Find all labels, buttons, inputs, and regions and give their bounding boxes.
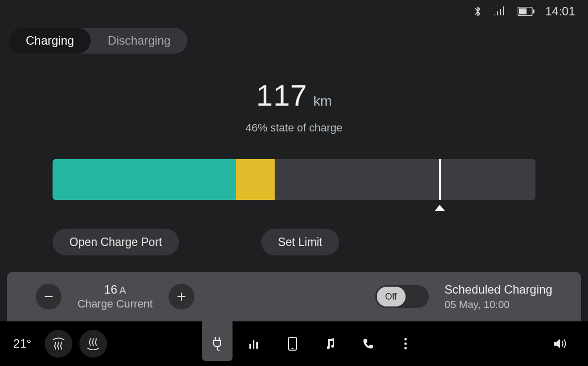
status-bar: 14:01 xyxy=(0,0,588,23)
nav-phone-mirror-icon[interactable] xyxy=(277,326,308,361)
svg-rect-0 xyxy=(494,14,495,15)
set-limit-button[interactable]: Set Limit xyxy=(261,229,339,255)
current-text: 16A Charge Current xyxy=(75,283,155,310)
svg-rect-5 xyxy=(519,8,527,14)
svg-rect-9 xyxy=(181,293,182,301)
signal-icon xyxy=(494,6,507,16)
decrease-current-button[interactable] xyxy=(36,284,61,309)
charge-limit-marker[interactable] xyxy=(439,159,441,200)
battery-icon xyxy=(518,7,534,16)
volume-button[interactable] xyxy=(540,337,580,350)
defrost-rear-button[interactable] xyxy=(79,330,107,358)
range-unit: km xyxy=(313,93,332,109)
scheduled-charging-info: Scheduled Charging 05 May, 10:00 xyxy=(445,283,553,310)
current-value: 16 xyxy=(104,283,118,296)
temperature-display[interactable]: 21° xyxy=(0,337,45,351)
range-value: 117 xyxy=(256,78,307,113)
soc-text: 46% state of charge xyxy=(0,122,588,134)
battery-segment-pending xyxy=(236,159,275,200)
battery-bar-wrap xyxy=(53,159,535,200)
open-charge-port-button[interactable]: Open Charge Port xyxy=(53,229,179,255)
tab-discharging[interactable]: Discharging xyxy=(91,28,187,54)
app-icons xyxy=(142,326,481,361)
svg-rect-10 xyxy=(249,344,251,349)
svg-point-17 xyxy=(405,347,407,350)
svg-rect-7 xyxy=(45,296,53,297)
charge-limit-caret-icon xyxy=(435,205,445,211)
nav-charging-icon[interactable] xyxy=(202,326,233,361)
climate-buttons xyxy=(45,330,107,358)
nav-stats-icon[interactable] xyxy=(239,326,270,361)
range-display: 117 km xyxy=(0,78,588,113)
increase-current-button[interactable] xyxy=(169,284,194,309)
toggle-thumb: Off xyxy=(377,287,406,306)
battery-segment-charged xyxy=(53,159,236,200)
svg-rect-3 xyxy=(503,6,504,15)
scheduled-charging-toggle[interactable]: Off xyxy=(375,285,429,308)
svg-rect-6 xyxy=(533,9,534,13)
bluetooth-icon xyxy=(473,5,483,17)
main-content: 117 km 46% state of charge Open Charge P… xyxy=(0,78,588,255)
svg-rect-1 xyxy=(497,11,498,15)
svg-rect-2 xyxy=(500,9,501,15)
svg-rect-12 xyxy=(256,342,258,349)
svg-point-16 xyxy=(405,343,407,345)
nav-more-icon[interactable] xyxy=(390,326,421,361)
nav-bar: 21° xyxy=(0,321,588,366)
scheduled-charging-time: 05 May, 10:00 xyxy=(445,299,553,310)
defrost-front-button[interactable] xyxy=(45,330,72,358)
nav-call-icon[interactable] xyxy=(353,326,383,361)
mode-tabs: Charging Discharging xyxy=(9,28,187,54)
scheduled-charging-title: Scheduled Charging xyxy=(445,283,553,297)
current-unit: A xyxy=(119,285,126,296)
svg-point-15 xyxy=(405,338,407,341)
tab-charging[interactable]: Charging xyxy=(9,28,91,54)
action-row: Open Charge Port Set Limit xyxy=(0,229,588,255)
svg-rect-11 xyxy=(253,340,254,349)
battery-bar[interactable] xyxy=(53,159,535,200)
nav-music-icon[interactable] xyxy=(315,326,346,361)
bottom-panel: 16A Charge Current Off Scheduled Chargin… xyxy=(7,272,581,321)
charge-current-control: 16A Charge Current xyxy=(36,283,194,310)
current-label: Charge Current xyxy=(75,298,155,310)
scheduled-charging-group: Off Scheduled Charging 05 May, 10:00 xyxy=(375,283,553,310)
status-time: 14:01 xyxy=(545,4,575,18)
